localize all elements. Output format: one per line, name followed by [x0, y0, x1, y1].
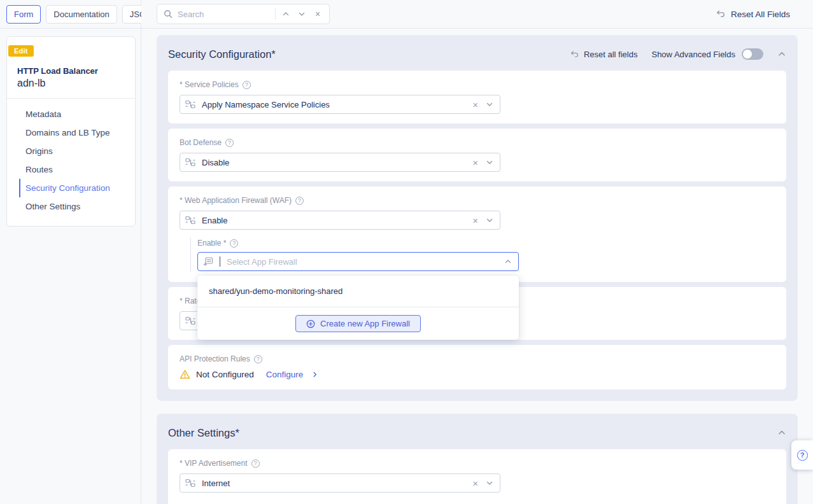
vip-advertisement-label: * VIP Advertisement — [180, 459, 248, 468]
enable-label: Enable * — [197, 239, 226, 248]
dropdown-footer: Create new App Firewall — [197, 307, 519, 340]
app-firewall-input[interactable] — [227, 257, 498, 267]
service-policies-field-card: * Service Policies ? Apply Namespace Ser… — [168, 71, 786, 123]
search-prev-icon[interactable] — [280, 8, 292, 20]
search-divider — [275, 8, 276, 20]
clear-selection-icon[interactable]: × — [471, 158, 479, 167]
bot-defense-select[interactable]: Disable × — [180, 153, 500, 172]
view-tabs-bar: Form Documentation JSON — [0, 0, 141, 29]
object-type-label: HTTP Load Balancer — [17, 66, 125, 76]
waf-enable-nested-group: Enable * ? — [190, 237, 775, 272]
info-icon[interactable]: ? — [225, 139, 234, 147]
api-protection-field-card: API Protection Rules ? Not Configured Co… — [168, 345, 786, 389]
edit-badge: Edit — [8, 45, 34, 57]
warning-icon — [180, 369, 190, 380]
search-input[interactable] — [178, 10, 271, 19]
info-icon[interactable]: ? — [243, 81, 251, 89]
bot-defense-field-card: Bot Defense ? Disable × — [168, 129, 786, 181]
security-configuration-section: Security Configuration* Reset all fields… — [157, 35, 798, 401]
waf-label: * Web Application Firewall (WAF) — [180, 196, 292, 205]
topbar: × Reset All Fields — [141, 0, 813, 29]
bot-defense-label: Bot Defense — [180, 138, 222, 147]
info-icon[interactable]: ? — [251, 459, 260, 468]
text-caret — [220, 256, 220, 267]
security-section-header: Security Configuration* Reset all fields… — [157, 45, 798, 63]
app-firewall-combobox: shared/yun-demo-monitoring-shared Create… — [197, 252, 519, 271]
chevron-right-icon[interactable] — [311, 371, 318, 378]
chevron-down-icon[interactable] — [486, 158, 493, 166]
service-policies-select[interactable]: Apply Namespace Service Policies × — [180, 95, 500, 114]
show-advanced-fields-toggle[interactable] — [742, 48, 763, 60]
sidebar-item-other-settings[interactable]: Other Settings — [19, 197, 135, 216]
create-app-firewall-button[interactable]: Create new App Firewall — [295, 315, 421, 332]
undo-icon — [716, 9, 726, 19]
vip-advertisement-select[interactable]: Internet × — [180, 473, 500, 493]
object-name-label: adn-lb — [17, 78, 125, 89]
search-clear-icon[interactable]: × — [312, 8, 323, 20]
sidebar-item-security-configuration[interactable]: Security Configuration — [19, 179, 135, 197]
sidebar-divider — [7, 98, 135, 99]
sidebar-item-routes[interactable]: Routes — [19, 160, 135, 179]
dropdown-option[interactable]: shared/yun-demo-monitoring-shared — [197, 276, 519, 307]
plus-circle-icon — [306, 319, 315, 328]
object-nav-card: Edit HTTP Load Balancer adn-lb Metadata … — [6, 36, 136, 227]
sidebar-item-origins[interactable]: Origins — [19, 142, 135, 160]
waf-select[interactable]: Enable × — [180, 211, 500, 230]
sidebar-item-metadata[interactable]: Metadata — [19, 105, 135, 123]
chevron-down-icon[interactable] — [486, 479, 493, 487]
info-icon[interactable]: ? — [295, 197, 304, 205]
ref-object-icon — [203, 256, 213, 267]
sidebar: Edit HTTP Load Balancer adn-lb Metadata … — [0, 29, 141, 504]
chevron-up-icon[interactable] — [504, 258, 512, 265]
vip-advertisement-field-card: * VIP Advertisement ? Internet × — [168, 449, 786, 504]
oneof-selector-icon — [185, 157, 195, 167]
form-main: Security Configuration* Reset all fields… — [141, 29, 813, 504]
service-policies-label: * Service Policies — [180, 80, 239, 89]
oneof-selector-icon — [185, 215, 195, 225]
chevron-down-icon[interactable] — [486, 216, 493, 224]
show-advanced-fields-label: Show Advanced Fields — [651, 50, 735, 59]
collapse-section-icon[interactable] — [777, 428, 786, 437]
api-protection-status: Not Configured — [196, 370, 254, 379]
section-title: Security Configuration* — [168, 48, 276, 60]
info-icon[interactable]: ? — [254, 355, 262, 363]
search-next-icon[interactable] — [296, 8, 308, 20]
app-firewall-dropdown: shared/yun-demo-monitoring-shared Create… — [197, 276, 519, 340]
waf-field-card: * Web Application Firewall (WAF) ? Enabl… — [168, 186, 786, 282]
configure-link[interactable]: Configure — [266, 370, 304, 379]
api-protection-label: API Protection Rules — [180, 354, 250, 363]
oneof-selector-icon — [185, 99, 195, 109]
reset-all-fields-button[interactable]: Reset All Fields — [716, 9, 790, 19]
section-title: Other Settings* — [168, 427, 239, 439]
chevron-down-icon[interactable] — [486, 101, 493, 108]
app-firewall-select[interactable] — [197, 252, 519, 271]
search-icon — [163, 9, 173, 19]
tab-documentation[interactable]: Documentation — [46, 5, 117, 24]
search-box[interactable]: × — [157, 4, 330, 24]
clear-selection-icon[interactable]: × — [471, 479, 479, 488]
help-icon: ? — [797, 450, 808, 461]
sidebar-item-domains-lb-type[interactable]: Domains and LB Type — [19, 123, 135, 142]
oneof-selector-icon — [185, 316, 195, 326]
app-window: Form Documentation JSON × Reset All Fiel… — [0, 0, 813, 504]
other-settings-header: Other Settings* — [157, 424, 798, 442]
reset-section-fields-button[interactable]: Reset all fields — [570, 50, 638, 59]
collapse-section-icon[interactable] — [777, 50, 786, 59]
undo-icon — [570, 50, 579, 59]
clear-selection-icon[interactable]: × — [471, 216, 479, 225]
other-settings-section: Other Settings* * VIP Advertisement ? — [157, 414, 798, 504]
reset-all-fields-label: Reset All Fields — [731, 10, 790, 19]
tab-form[interactable]: Form — [6, 5, 41, 24]
toggle-knob — [743, 50, 752, 59]
help-button[interactable]: ? — [791, 440, 813, 470]
clear-selection-icon[interactable]: × — [471, 100, 479, 109]
oneof-selector-icon — [185, 478, 195, 488]
info-icon[interactable]: ? — [230, 239, 238, 248]
